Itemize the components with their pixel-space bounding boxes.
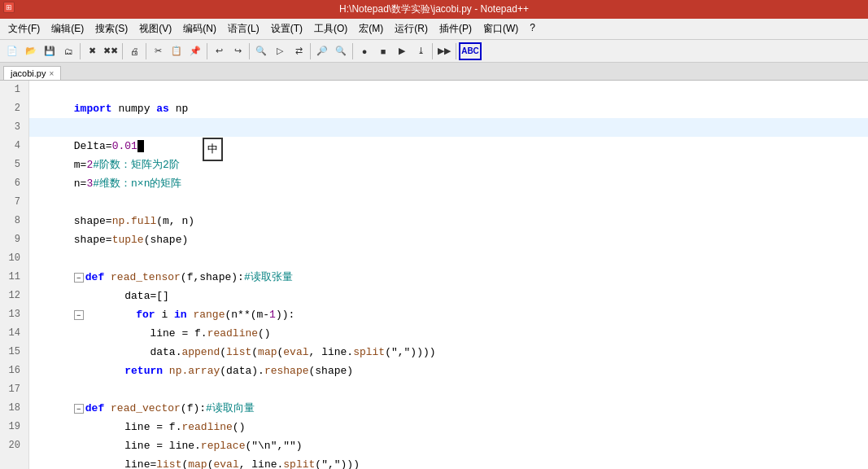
fn-list2: list	[156, 458, 181, 469]
app-icon: ⊞	[3, 2, 15, 13]
tb-sep1	[80, 43, 81, 59]
menu-settings[interactable]: 设置(T)	[266, 20, 308, 37]
line-num-11: 11	[5, 268, 24, 287]
tb-run[interactable]: ▶▶	[435, 42, 453, 60]
tab-close-icon[interactable]: ×	[49, 69, 54, 78]
tb-save-all[interactable]: 🗂	[59, 42, 77, 60]
line-num-9: 9	[5, 230, 24, 249]
tab-bar: jacobi.py ×	[0, 63, 868, 81]
tb-cut[interactable]: ✂	[149, 42, 167, 60]
menu-encode[interactable]: 编码(N)	[178, 20, 221, 37]
tb-undo[interactable]: ↩	[210, 42, 228, 60]
tb-macro-rec[interactable]: ●	[355, 42, 373, 60]
line-num-17: 17	[5, 380, 24, 399]
editor: 1 2 3 4 5 6 7 8 9 10 11 12 13 14 15 16 1…	[0, 81, 868, 469]
line-num-1: 1	[5, 81, 24, 99]
menu-run[interactable]: 运行(R)	[390, 20, 433, 37]
tb-redo[interactable]: ↪	[229, 42, 246, 60]
line-num-8: 8	[5, 212, 24, 230]
line-num-12: 12	[5, 287, 24, 305]
menu-plugins[interactable]: 插件(P)	[434, 20, 477, 37]
menu-search[interactable]: 搜索(S)	[90, 20, 133, 37]
line-num-7: 7	[5, 193, 24, 212]
code-line-6	[29, 174, 868, 193]
fn-map2: map	[188, 458, 207, 469]
line-num-6: 6	[5, 174, 24, 193]
menu-view[interactable]: 视图(V)	[134, 20, 177, 37]
tb-paste[interactable]: 📌	[186, 42, 204, 60]
code-line-5: n=3#维数：n×n的矩阵	[29, 156, 868, 174]
tb-zoom-out[interactable]: 🔍	[332, 42, 350, 60]
tb-sep8	[432, 43, 433, 59]
code-line-20: line=list(map(eval, line.split(",")))	[29, 436, 868, 455]
menu-window[interactable]: 窗口(W)	[478, 20, 523, 37]
line-numbers: 1 2 3 4 5 6 7 8 9 10 11 12 13 14 15 16 1…	[0, 81, 29, 469]
tb-macro-play[interactable]: ▶	[393, 42, 411, 60]
code-line-9	[29, 230, 868, 249]
menu-help[interactable]: ?	[525, 20, 540, 37]
tb-spellcheck[interactable]: ABC	[459, 42, 482, 60]
code-line-13: line = f.readline()	[29, 305, 868, 324]
line-num-16: 16	[5, 362, 24, 380]
tb-save[interactable]: 💾	[41, 42, 59, 60]
line-num-3: 3	[5, 118, 24, 137]
menu-lang[interactable]: 语言(L)	[223, 20, 264, 37]
code-line-8: shape=tuple(shape)	[29, 212, 868, 230]
code-line-17: −def read_vector(f):#读取向量	[29, 380, 868, 399]
window-title: H:\Notepad\数学实验\jacobi.py - Notepad++	[339, 3, 529, 15]
tb-print[interactable]: 🖨	[125, 42, 143, 60]
toolbar: 📄 📂 💾 🗂 ✖ ✖✖ 🖨 ✂ 📋 📌 ↩ ↪ 🔍 ▷ ⇄ 🔎 🔍 ● ■ ▶…	[0, 40, 868, 63]
tb-copy[interactable]: 📋	[168, 42, 185, 60]
menu-macro[interactable]: 宏(M)	[354, 20, 388, 37]
line-num-2: 2	[5, 99, 24, 118]
code-text: )	[353, 458, 360, 469]
line-num-20: 20	[5, 436, 24, 455]
tb-sep3	[146, 43, 146, 59]
code-line-3: Delta=0.01	[29, 118, 868, 137]
code-line-12: − for i in range(n**(m-1)):	[29, 287, 868, 305]
line-num-4: 4	[5, 137, 24, 156]
tb-sep2	[122, 43, 123, 59]
menu-edit[interactable]: 编辑(E)	[46, 20, 89, 37]
tb-open[interactable]: 📂	[22, 42, 40, 60]
title-bar: ⊞ H:\Notepad\数学实验\jacobi.py - Notepad++	[0, 0, 868, 19]
tb-replace[interactable]: ⇄	[290, 42, 308, 60]
code-line-15: return np.array(data).reshape(shape)	[29, 343, 868, 362]
tb-zoom-in[interactable]: 🔎	[313, 42, 331, 60]
code-line-7: shape=np.full(m, n)	[29, 193, 868, 212]
code-line-11: data=[]	[29, 268, 868, 287]
tb-find[interactable]: 🔍	[252, 42, 270, 60]
code-text: (","))	[315, 458, 353, 469]
menu-tools[interactable]: 工具(O)	[309, 20, 352, 37]
line-num-14: 14	[5, 324, 24, 343]
tab-label: jacobi.py	[11, 68, 46, 78]
line-num-13: 13	[5, 305, 24, 324]
fn-eval2: eval	[213, 458, 238, 469]
code-line-18: line = f.readline()	[29, 399, 868, 418]
tb-find-next[interactable]: ▷	[271, 42, 289, 60]
tb-close-all[interactable]: ✖✖	[102, 42, 120, 60]
tb-new[interactable]: 📄	[3, 42, 21, 60]
code-line-19: line = line.replace("\n","")	[29, 418, 868, 436]
tb-sep9	[456, 43, 456, 59]
line-num-18: 18	[5, 399, 24, 418]
code-line-10: −def read_tensor(f,shape):#读取张量	[29, 249, 868, 268]
tab-jacobi[interactable]: jacobi.py ×	[3, 66, 61, 80]
tb-sep7	[352, 43, 353, 59]
tb-macro-stop[interactable]: ■	[374, 42, 392, 60]
tb-sep5	[249, 43, 250, 59]
tb-close[interactable]: ✖	[83, 42, 101, 60]
code-line-16	[29, 362, 868, 380]
code-text: line=	[74, 458, 156, 469]
ime-popup: 中	[203, 138, 223, 161]
line-num-19: 19	[5, 418, 24, 436]
code-line-4: m=2#阶数：矩阵为2阶 中	[29, 137, 868, 156]
fn-split2: split	[283, 458, 315, 469]
tb-macro-save[interactable]: ⤓	[412, 42, 430, 60]
line-num-15: 15	[5, 343, 24, 362]
tb-sep6	[310, 43, 311, 59]
code-line-1: import numpy as np	[29, 81, 868, 99]
code-text: , line.	[239, 458, 284, 469]
menu-file[interactable]: 文件(F)	[3, 20, 45, 37]
code-area[interactable]: import numpy as np max=100#迭代次数上限 Delta=…	[29, 81, 868, 469]
